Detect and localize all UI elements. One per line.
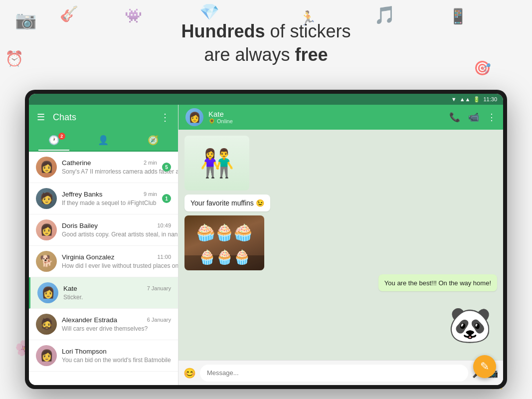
header-line2-bold: free xyxy=(295,44,328,65)
sticker-couple: 👫 xyxy=(184,136,249,191)
more-options-icon[interactable]: ⋮ xyxy=(160,111,170,123)
messages-area: 👫 Your favorite muffins 😉 🧁🧁🧁 🧁🧁🧁 xyxy=(178,130,503,360)
chat-list: 👩 Catherine 2 min Sony's A7 II mirrorles… xyxy=(29,152,178,385)
chat-window-header: 👩 Kate 🌻 Online 📞 📹 ⋮ xyxy=(178,105,503,130)
contact-avatar: 👩 xyxy=(185,108,203,126)
unread-badge: 5 xyxy=(162,163,171,172)
call-icon[interactable]: 📞 xyxy=(449,112,460,123)
list-item[interactable]: 👩 Catherine 2 min Sony's A7 II mirrorles… xyxy=(29,152,178,183)
tab-chats[interactable]: 🕐 2 xyxy=(38,131,69,150)
message-sticker-outgoing: 🐼 xyxy=(442,295,497,354)
chat-list-title: Chats xyxy=(53,112,76,123)
message-sticker-incoming: 👫 xyxy=(184,136,249,191)
avatar: 🧔 xyxy=(36,314,57,335)
avatar: 🐕 xyxy=(36,251,57,272)
chat-info: Doris Bailey 10:49 Good artists copy. Gr… xyxy=(62,222,171,238)
message-image-incoming: 🧁🧁🧁 🧁🧁🧁 xyxy=(184,215,264,270)
more-options-icon[interactable]: ⋮ xyxy=(487,112,496,123)
list-item[interactable]: 👩 Kate 7 January Sticker. xyxy=(29,277,178,309)
chat-info: Catherine 2 min Sony's A7 II mirrorless … xyxy=(62,159,157,176)
discover-icon: 🧭 xyxy=(148,135,159,146)
list-item[interactable]: 👩 Doris Bailey 10:49 Good artists copy. … xyxy=(29,214,178,246)
chat-info: Jeffrey Banks 9 min If they made a seque… xyxy=(62,191,157,207)
list-item[interactable]: 🧑 Jeffrey Banks 9 min If they made a seq… xyxy=(29,183,178,214)
header-actions: 📞 📹 ⋮ xyxy=(449,112,496,123)
menu-icon[interactable]: ☰ xyxy=(37,112,45,123)
chat-window: 👩 Kate 🌻 Online 📞 📹 ⋮ xyxy=(178,105,503,385)
video-call-icon[interactable]: 📹 xyxy=(468,112,479,123)
avatar: 🧑 xyxy=(36,188,57,209)
tab-contacts[interactable]: 👤 xyxy=(88,131,119,150)
chat-list-header: ☰ Chats ⋮ xyxy=(29,105,178,130)
avatar: 👩 xyxy=(36,345,57,366)
message-input[interactable] xyxy=(200,365,468,382)
chat-info: Lori Thompson You can bid on the world's… xyxy=(62,348,171,364)
tab-discover[interactable]: 🧭 xyxy=(138,131,169,150)
avatar: 👩 xyxy=(36,219,57,240)
emoji-button[interactable]: 😊 xyxy=(183,367,196,379)
list-item[interactable]: 🐕 Virginia Gonzalez 11:00 How did I ever… xyxy=(29,246,178,277)
unread-badge: 1 xyxy=(162,194,171,203)
time-display: 11:30 xyxy=(483,96,497,102)
tablet-screen: ▼ ▲▲ 🔋 11:30 ☰ Chats ⋮ � xyxy=(29,94,503,385)
list-item[interactable]: 🧔 Alexander Estrada 6 January Will cars … xyxy=(29,309,178,340)
message-text-outgoing: You are the best!!! On the way home! xyxy=(378,274,497,291)
chat-list-panel: ☰ Chats ⋮ 🕐 2 👤 🧭 xyxy=(29,105,178,385)
tablet-device: ▼ ▲▲ 🔋 11:30 ☰ Chats ⋮ � xyxy=(25,90,507,389)
header-line2-regular: are always xyxy=(204,44,295,65)
message-text-incoming: Your favorite muffins 😉 xyxy=(184,195,270,211)
tab-bar: 🕐 2 👤 🧭 xyxy=(29,130,178,152)
signal-icon: ▲▲ xyxy=(460,96,471,102)
header-text: Hundreds of stickers are always free xyxy=(0,20,532,67)
recent-chats-icon: 🕐 xyxy=(48,135,59,146)
muffins-image: 🧁🧁🧁 🧁🧁🧁 xyxy=(184,215,264,270)
compose-button[interactable]: ✎ xyxy=(473,355,496,378)
contact-status: 🌻 Online xyxy=(208,118,444,125)
avatar: 👩 xyxy=(37,282,58,303)
chat-info: Kate 7 January Sticker. xyxy=(63,285,171,301)
list-item[interactable]: 👩 Lori Thompson You can bid on the world… xyxy=(29,340,178,372)
wifi-icon: ▼ xyxy=(451,96,457,102)
avatar: 👩 xyxy=(36,157,57,178)
message-input-bar: 😊 🎤 📷 xyxy=(178,360,503,385)
contacts-icon: 👤 xyxy=(98,135,109,146)
contact-info: Kate 🌻 Online xyxy=(208,110,444,125)
app-content: ☰ Chats ⋮ 🕐 2 👤 🧭 xyxy=(29,105,503,385)
chats-badge: 2 xyxy=(58,133,65,140)
chat-info: Alexander Estrada 6 January Will cars ev… xyxy=(62,316,171,333)
battery-icon: 🔋 xyxy=(473,96,480,103)
chat-info: Virginia Gonzalez 11:00 How did I ever l… xyxy=(62,253,171,270)
contact-name: Kate xyxy=(208,110,444,118)
header-line1-bold: Hundreds xyxy=(181,21,265,41)
status-bar: ▼ ▲▲ 🔋 11:30 xyxy=(29,94,503,105)
